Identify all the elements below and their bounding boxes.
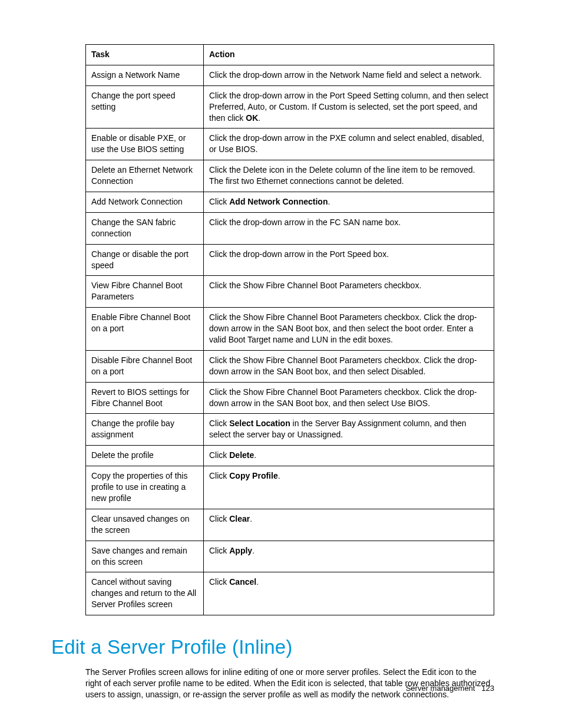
action-cell: Click the Show Fibre Channel Boot Parame…	[204, 276, 494, 308]
table-row: Change or disable the port speedClick th…	[86, 244, 494, 276]
table-row: Disable Fibre Channel Boot on a portClic…	[86, 350, 494, 382]
action-cell: Click the drop-down arrow in the Network…	[204, 65, 494, 85]
task-cell: Clear unsaved changes on the screen	[86, 509, 204, 541]
table-row: Change the profile bay assignmentClick S…	[86, 414, 494, 446]
section-heading: Edit a Server Profile (Inline)	[51, 636, 494, 658]
table-row: Clear unsaved changes on the screenClick…	[86, 509, 494, 541]
table-row: Change the port speed settingClick the d…	[86, 85, 494, 129]
action-cell: Click Cancel.	[204, 572, 494, 615]
action-cell: Click the drop-down arrow in the Port Sp…	[204, 85, 494, 129]
action-cell: Click Add Network Connection.	[204, 192, 494, 213]
action-cell: Click Delete.	[204, 446, 494, 466]
page: Task Action Assign a Network NameClick t…	[0, 0, 562, 728]
task-cell: Change the port speed setting	[86, 85, 204, 129]
action-cell: Click the drop-down arrow in the PXE col…	[204, 129, 494, 160]
footer-section: Server management	[406, 684, 475, 693]
table-row: Delete an Ethernet Network ConnectionCli…	[86, 160, 494, 192]
task-action-table: Task Action Assign a Network NameClick t…	[85, 44, 494, 615]
action-cell: Click Clear.	[204, 509, 494, 541]
header-task: Task	[86, 45, 204, 65]
footer-page-number: 123	[481, 684, 494, 693]
table-header-row: Task Action	[86, 45, 494, 65]
table-row: Revert to BIOS settings for Fibre Channe…	[86, 382, 494, 414]
task-cell: Change the profile bay assignment	[86, 414, 204, 446]
action-cell: Click Select Location in the Server Bay …	[204, 414, 494, 446]
action-cell: Click the Show Fibre Channel Boot Parame…	[204, 308, 494, 351]
table-row: Copy the properties of this profile to u…	[86, 466, 494, 509]
action-cell: Click the drop-down arrow in the FC SAN …	[204, 212, 494, 244]
table-row: Change the SAN fabric connectionClick th…	[86, 212, 494, 244]
task-cell: View Fibre Channel Boot Parameters	[86, 276, 204, 308]
header-action: Action	[204, 45, 494, 65]
page-footer: Server management 123	[406, 684, 494, 693]
action-cell: Click the drop-down arrow in the Port Sp…	[204, 244, 494, 276]
task-cell: Revert to BIOS settings for Fibre Channe…	[86, 382, 204, 414]
action-cell: Click the Show Fibre Channel Boot Parame…	[204, 350, 494, 382]
task-cell: Enable or disable PXE, or use the Use BI…	[86, 129, 204, 160]
task-cell: Assign a Network Name	[86, 65, 204, 85]
task-cell: Copy the properties of this profile to u…	[86, 466, 204, 509]
table-body: Assign a Network NameClick the drop-down…	[86, 65, 494, 615]
action-cell: Click the Show Fibre Channel Boot Parame…	[204, 382, 494, 414]
action-cell: Click the Delete icon in the Delete colu…	[204, 160, 494, 192]
task-cell: Delete the profile	[86, 446, 204, 466]
task-cell: Add Network Connection	[86, 192, 204, 213]
task-cell: Cancel without saving changes and return…	[86, 572, 204, 615]
task-cell: Delete an Ethernet Network Connection	[86, 160, 204, 192]
table-row: Delete the profileClick Delete.	[86, 446, 494, 466]
table-row: Save changes and remain on this screenCl…	[86, 541, 494, 572]
table-row: Assign a Network NameClick the drop-down…	[86, 65, 494, 85]
table-row: View Fibre Channel Boot ParametersClick …	[86, 276, 494, 308]
task-cell: Save changes and remain on this screen	[86, 541, 204, 572]
task-cell: Enable Fibre Channel Boot on a port	[86, 308, 204, 351]
table-row: Enable or disable PXE, or use the Use BI…	[86, 129, 494, 160]
table-row: Cancel without saving changes and return…	[86, 572, 494, 615]
task-cell: Change or disable the port speed	[86, 244, 204, 276]
task-cell: Change the SAN fabric connection	[86, 212, 204, 244]
action-cell: Click Apply.	[204, 541, 494, 572]
action-cell: Click Copy Profile.	[204, 466, 494, 509]
table-row: Add Network ConnectionClick Add Network …	[86, 192, 494, 213]
task-cell: Disable Fibre Channel Boot on a port	[86, 350, 204, 382]
table-row: Enable Fibre Channel Boot on a portClick…	[86, 308, 494, 351]
